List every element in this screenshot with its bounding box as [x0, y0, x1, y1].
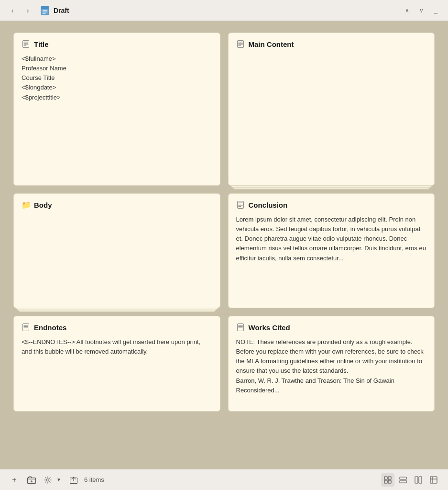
svg-rect-38: [384, 480, 387, 483]
split-view-button[interactable]: [412, 473, 425, 487]
titlebar-title: Draft: [54, 7, 396, 14]
conclusion-card-body: Lorem ipsum dolor sit amet, consectetur …: [236, 215, 427, 263]
titlebar: ‹ › Draft ∧ ∨ ⎯: [0, 0, 448, 21]
bottom-toolbar: + ▼ 6 items: [0, 469, 448, 490]
endnotes-card-icon: [22, 323, 30, 332]
main-content-card[interactable]: Main Content: [228, 33, 435, 186]
title-card[interactable]: Title <$fullname> Professor Name Course …: [13, 33, 220, 186]
main-content-card-header: Main Content: [236, 40, 427, 48]
svg-rect-42: [415, 477, 418, 483]
add-folder-button[interactable]: [25, 473, 38, 487]
titlebar-doc-icon: [40, 6, 50, 15]
title-card-body: <$fullname> Professor Name Course Title …: [22, 54, 212, 102]
forward-button[interactable]: ›: [21, 4, 34, 17]
endnotes-card-header: Endnotes: [22, 323, 212, 332]
grid-view-button[interactable]: [381, 473, 394, 487]
add-button[interactable]: +: [8, 473, 21, 487]
svg-rect-1: [41, 6, 49, 9]
svg-rect-36: [384, 477, 387, 479]
gear-button[interactable]: [42, 473, 54, 487]
works-cited-card-icon: [236, 323, 245, 332]
gear-dropdown-button[interactable]: ▼: [55, 473, 63, 487]
conclusion-card-title: Conclusion: [249, 201, 288, 209]
detail-view-button[interactable]: [427, 473, 440, 487]
minimize-button[interactable]: ⎯: [429, 4, 442, 17]
card-view-button[interactable]: [396, 473, 410, 487]
gear-menu: ▼: [42, 473, 63, 487]
main-content-card-title: Main Content: [249, 40, 294, 48]
title-card-icon: [22, 40, 30, 48]
conclusion-card[interactable]: Conclusion Lorem ipsum dolor sit amet, c…: [228, 193, 435, 308]
share-button[interactable]: [67, 473, 80, 487]
svg-rect-37: [388, 477, 391, 479]
svg-rect-44: [430, 477, 437, 483]
body-card-title: Body: [34, 201, 52, 209]
works-cited-card-body: NOTE: These references are provided only…: [236, 337, 427, 395]
svg-rect-10: [237, 41, 243, 48]
main-content-card-body: [236, 54, 427, 178]
main-content-card-icon: [236, 40, 245, 48]
works-cited-card-title: Works Cited: [249, 323, 290, 332]
works-cited-card-header: Works Cited: [236, 323, 427, 332]
works-cited-card[interactable]: Works Cited NOTE: These references are p…: [228, 316, 435, 412]
items-count: 6 items: [84, 476, 377, 483]
conclusion-card-icon: [236, 200, 245, 209]
conclusion-card-header: Conclusion: [236, 200, 427, 209]
endnotes-card-title: Endnotes: [34, 323, 66, 332]
svg-rect-20: [23, 324, 29, 331]
back-button[interactable]: ‹: [6, 4, 19, 17]
svg-rect-43: [419, 477, 422, 483]
chevron-up-button[interactable]: ∧: [400, 4, 414, 17]
cards-grid: Title <$fullname> Professor Name Course …: [13, 33, 435, 412]
endnotes-card-body: <$--ENDNOTES--> All footnotes will get i…: [22, 337, 212, 356]
svg-rect-15: [237, 201, 243, 209]
svg-rect-41: [400, 480, 406, 483]
chevron-down-button[interactable]: ∨: [415, 4, 428, 17]
body-card-folder-icon: 📁: [22, 200, 30, 209]
svg-rect-39: [388, 480, 391, 483]
window-controls: ∧ ∨ ⎯: [400, 4, 442, 17]
body-card[interactable]: 📁 Body: [13, 193, 220, 308]
svg-point-33: [47, 479, 49, 481]
main-content-area: Title <$fullname> Professor Name Course …: [0, 21, 448, 469]
title-card-title: Title: [34, 40, 49, 48]
nav-buttons: ‹ ›: [6, 4, 34, 17]
svg-rect-25: [237, 324, 243, 331]
body-card-header: 📁 Body: [22, 200, 212, 209]
endnotes-card[interactable]: Endnotes <$--ENDNOTES--> All footnotes w…: [13, 316, 220, 412]
svg-rect-5: [23, 41, 29, 48]
view-buttons: [381, 473, 440, 487]
svg-rect-40: [400, 477, 406, 479]
title-card-header: Title: [22, 40, 212, 48]
